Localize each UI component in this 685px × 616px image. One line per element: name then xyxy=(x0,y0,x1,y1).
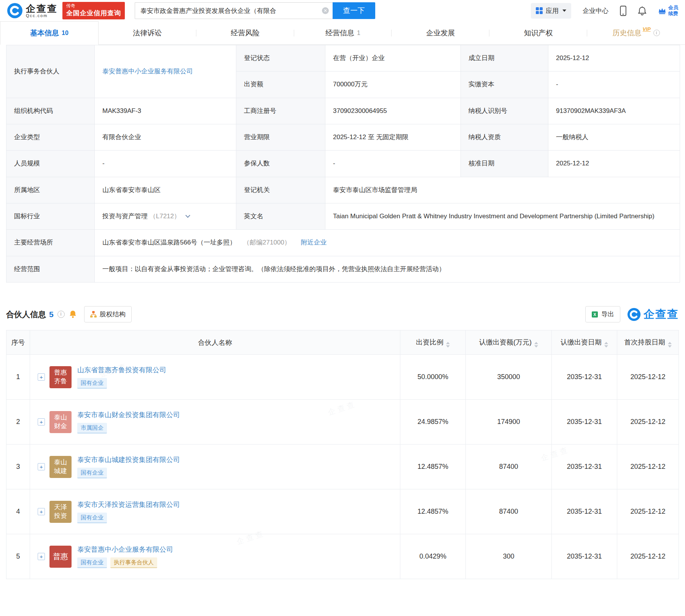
tab-count: 1 xyxy=(357,30,360,37)
qcc-logo[interactable]: 企查查 Qcc.com xyxy=(7,3,58,19)
subscribe-bell-icon[interactable] xyxy=(69,310,76,318)
basic-info-table: 执行事务合伙人 泰安普惠中小企业服务有限公司 登记状态 在营（开业）企业 成立日… xyxy=(6,45,680,283)
tab-label: 法律诉讼 xyxy=(133,28,162,38)
partner-subscribe-date: 2035-12-31 xyxy=(552,400,617,445)
field-value: 2025-12-12 xyxy=(548,45,680,71)
partner-amount: 87400 xyxy=(466,445,552,489)
field-value: - xyxy=(325,151,461,177)
info-icon[interactable]: i xyxy=(57,311,65,318)
field-value: 有限合伙企业 xyxy=(95,124,236,151)
expand-row-button[interactable]: + xyxy=(38,418,45,425)
partner-row: 3 + 泰山 城建 泰安市泰山城建投资集团有限公司 国有企业 xyxy=(6,445,679,489)
tab-company-development[interactable]: 企业发展 xyxy=(392,21,489,44)
tab-history-info[interactable]: 历史信息 VIP i xyxy=(587,21,685,44)
tab-legal-proceedings[interactable]: 法律诉讼 xyxy=(99,21,196,44)
info-row: 人员规模 - 参保人数 - 核准日期 2025-12-12 xyxy=(6,151,680,177)
search-bar: ✕ 查一下 xyxy=(135,2,375,19)
qcc-brand-stamp: 企查查 xyxy=(627,307,679,322)
header-ratio[interactable]: 出资比例 xyxy=(400,330,466,355)
field-label: 营业期限 xyxy=(236,124,325,151)
partner-amount: 300 xyxy=(466,534,552,579)
partner-name-cell: + 普惠 齐鲁 山东省普惠齐鲁投资有限公司 国有企业 xyxy=(30,355,400,400)
field-label: 工商注册号 xyxy=(236,98,325,124)
notifications-bell-icon[interactable] xyxy=(638,6,647,16)
info-icon[interactable]: i xyxy=(653,30,660,36)
field-label: 纳税人识别号 xyxy=(461,98,548,124)
header-partner-name: 合伙人名称 xyxy=(30,330,400,355)
tab-label: 企业发展 xyxy=(426,28,455,38)
tab-basic-info[interactable]: 基本信息 10 xyxy=(0,21,99,45)
partner-name-link[interactable]: 山东省普惠齐鲁投资有限公司 xyxy=(77,365,166,375)
company-nature-tag: 市属国企 xyxy=(77,423,107,433)
partner-name-link[interactable]: 泰安普惠中小企业服务有限公司 xyxy=(77,545,173,554)
logo-subtitle: Qcc.com xyxy=(26,13,58,18)
sort-icon[interactable] xyxy=(446,342,450,348)
field-label: 所属地区 xyxy=(6,177,95,203)
field-label: 英文名 xyxy=(236,203,325,230)
partner-first-hold-date: 2025-12-12 xyxy=(617,355,679,400)
info-row: 企业类型 有限合伙企业 营业期限 2025-12-12 至 无固定期限 纳税人资… xyxy=(6,124,680,151)
tab-label: 基本信息 xyxy=(30,28,59,38)
tab-intellectual-property[interactable]: 知识产权 xyxy=(489,21,587,44)
field-label: 执行事务合伙人 xyxy=(6,45,95,98)
qcc-company-detail-page: 企查查 企查查 企查查 企查查 企查查 企查查 企查查 企查查 企查查 企查查 … xyxy=(0,0,685,616)
mobile-app-icon[interactable] xyxy=(620,6,626,16)
partner-avatar: 泰山 城建 xyxy=(49,456,72,478)
header-subscribe-date[interactable]: 认缴出资日期 xyxy=(552,330,617,355)
info-row: 主要经营场所 山东省泰安市泰山区温泉路566号（一址多照） （邮编271000）… xyxy=(6,230,680,256)
partner-name-cell: + 天泽 投资 泰安市天泽投资运营集团有限公司 国有企业 xyxy=(30,489,400,534)
partner-index: 4 xyxy=(6,489,30,534)
expand-row-button[interactable]: + xyxy=(38,553,45,560)
tab-label: 知识产权 xyxy=(524,28,553,38)
partner-subscribe-date: 2035-12-31 xyxy=(552,445,617,489)
partner-row: 1 + 普惠 齐鲁 山东省普惠齐鲁投资有限公司 国有企业 xyxy=(6,355,679,400)
partner-index: 2 xyxy=(6,400,30,445)
apps-menu-button[interactable]: 应用 xyxy=(531,3,571,19)
field-value: - xyxy=(95,151,236,177)
field-label: 人员规模 xyxy=(6,151,95,177)
partner-name-link[interactable]: 泰安市泰山城建投资集团有限公司 xyxy=(77,455,180,464)
field-label: 组织机构代码 xyxy=(6,98,95,124)
search-input[interactable] xyxy=(140,7,322,14)
sort-icon[interactable] xyxy=(604,342,608,348)
expand-row-button[interactable]: + xyxy=(38,463,45,470)
excel-icon: X xyxy=(591,311,598,318)
tab-operating-info[interactable]: 经营信息 1 xyxy=(294,21,392,44)
sort-icon[interactable] xyxy=(668,342,672,348)
field-value: 700000万元 xyxy=(325,71,461,98)
equity-structure-button[interactable]: 股权结构 xyxy=(84,306,132,322)
clear-search-icon[interactable]: ✕ xyxy=(322,7,329,14)
qcc-logo-icon xyxy=(7,3,23,19)
partner-index: 3 xyxy=(6,445,30,489)
tab-label: 经营信息 xyxy=(325,28,354,38)
enterprise-center-link[interactable]: 企业中心 xyxy=(583,6,609,15)
field-label: 经营范围 xyxy=(6,256,95,282)
sort-icon[interactable] xyxy=(534,342,538,348)
export-button[interactable]: X 导出 xyxy=(585,306,620,322)
partner-first-hold-date: 2025-12-12 xyxy=(617,400,679,445)
field-value: 泰安普惠中小企业服务有限公司 xyxy=(95,45,236,98)
partner-first-hold-date: 2025-12-12 xyxy=(617,445,679,489)
partner-name-link[interactable]: 泰安市泰山财金投资集团有限公司 xyxy=(77,410,180,419)
nearby-companies-link[interactable]: 附近企业 xyxy=(301,239,327,246)
expand-row-button[interactable]: + xyxy=(38,508,45,515)
search-button[interactable]: 查一下 xyxy=(333,2,375,19)
expand-industry-chevron-icon[interactable] xyxy=(185,213,190,218)
executive-partner-link[interactable]: 泰安普惠中小企业服务有限公司 xyxy=(102,68,193,75)
tab-operating-risk[interactable]: 经营风险 xyxy=(196,21,294,44)
vip-badge: VIP xyxy=(643,26,651,32)
expand-row-button[interactable]: + xyxy=(38,373,45,381)
header-first-hold-date[interactable]: 首次持股日期 xyxy=(617,330,679,355)
partner-avatar: 天泽 投资 xyxy=(49,501,72,523)
info-row: 国标行业 投资与资产管理 （L7212） 英文名 Taian Municipal… xyxy=(6,203,680,230)
field-label: 国标行业 xyxy=(6,203,95,230)
export-label: 导出 xyxy=(601,310,614,319)
partner-amount: 350000 xyxy=(466,355,552,400)
header-amount[interactable]: 认缴出资额(万元) xyxy=(466,330,552,355)
field-label: 参保人数 xyxy=(236,151,325,177)
qcc-stamp-icon xyxy=(627,308,641,321)
vip-renew-button[interactable]: 会员 续费 xyxy=(658,5,678,17)
partner-ratio: 50.0000% xyxy=(400,355,466,400)
partner-name-link[interactable]: 泰安市天泽投资运营集团有限公司 xyxy=(77,500,180,509)
field-label: 实缴资本 xyxy=(461,71,548,98)
